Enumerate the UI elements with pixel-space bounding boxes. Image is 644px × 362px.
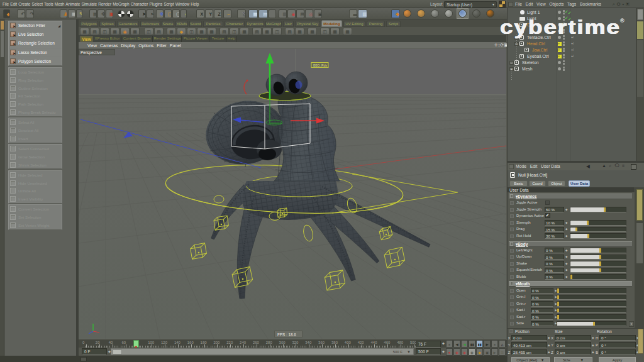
svg-text:BBD_Rds: BBD_Rds	[313, 63, 327, 67]
